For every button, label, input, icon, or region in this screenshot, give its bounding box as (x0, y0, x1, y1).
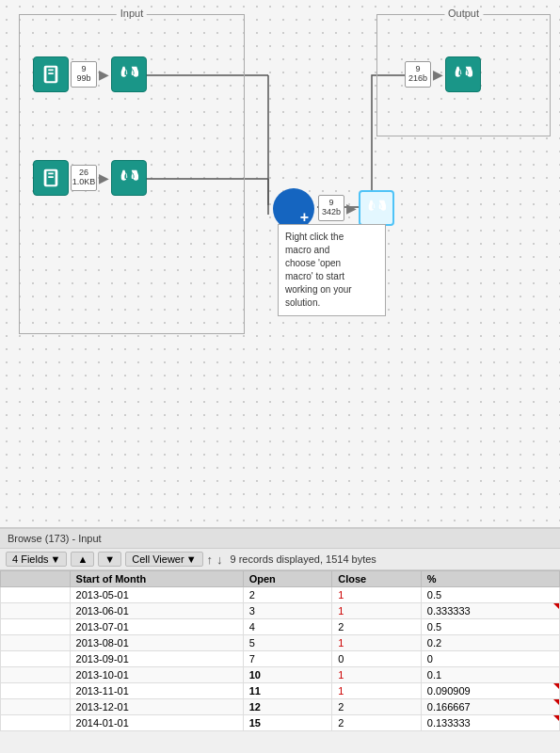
macro-output[interactable]: 9 342b ▶ (318, 190, 394, 226)
tooltip-line6: solution. (285, 297, 320, 308)
sort-up-icon[interactable]: ▲ (71, 552, 94, 567)
tooltip-line1: Right click the (285, 232, 344, 242)
cell-num (1, 683, 71, 699)
tooltip: Right click the macro and choose 'open m… (278, 224, 386, 316)
table-row[interactable]: 2013-07-01420.5 (1, 619, 560, 635)
cell-num (1, 651, 71, 667)
col-header-date[interactable]: Start of Month (70, 571, 243, 587)
fields-button[interactable]: 4 Fields ▼ (6, 552, 67, 567)
panel-toolbar: 4 Fields ▼ ▲ ▼ Cell Viewer ▼ ↑ ↓ 9 recor… (0, 549, 560, 570)
data-table: Start of Month Open Close % 2013-05-0121… (0, 570, 560, 731)
table-row[interactable]: 2013-05-01210.5 (1, 587, 560, 603)
cell-date: 2013-11-01 (70, 683, 243, 699)
next-arrow[interactable]: ↓ (216, 553, 223, 567)
col-header-pct[interactable]: % (421, 571, 559, 587)
input-box-label: Input (117, 8, 147, 19)
cell-open: 7 (243, 651, 332, 667)
cell-open: 2 (243, 587, 332, 603)
col-header-close[interactable]: Close (332, 571, 422, 587)
panel-header-text: Browse (173) - Input (8, 533, 102, 544)
cell-viewer-button[interactable]: Cell Viewer ▼ (125, 552, 202, 567)
cell-pct: 0.090909 (421, 683, 559, 699)
cell-close: 2 (332, 699, 422, 715)
table-row[interactable]: 2013-10-011010.1 (1, 667, 560, 683)
viewer-chevron-icon: ▼ (186, 553, 197, 565)
arrow-1: ▶ (99, 67, 109, 82)
macro-binoculars-icon[interactable] (359, 190, 394, 226)
input-node-2[interactable]: 26 1.0KB ▶ (33, 160, 147, 196)
cell-num (1, 699, 71, 715)
input-node-1[interactable]: 9 99b ▶ (33, 56, 147, 92)
cell-num (1, 603, 71, 619)
macro-connector: 9 342b (318, 195, 344, 221)
cell-num (1, 619, 71, 635)
binoculars-svg-1 (119, 64, 139, 85)
output-node[interactable]: 9 216b ▶ (405, 56, 481, 92)
table-row[interactable]: 2013-11-011110.090909 (1, 683, 560, 699)
cell-viewer-label: Cell Viewer (132, 553, 184, 565)
table-body: 2013-05-01210.52013-06-01310.3333332013-… (1, 587, 560, 731)
cell-open: 4 (243, 619, 332, 635)
output-box-label: Output (444, 8, 483, 19)
cell-open: 12 (243, 699, 332, 715)
bottom-panel: Browse (173) - Input 4 Fields ▼ ▲ ▼ Cell… (0, 527, 560, 753)
cell-pct: 0.5 (421, 587, 559, 603)
cell-close: 1 (332, 683, 422, 699)
book-icon-2[interactable] (33, 160, 69, 196)
cell-pct: 0 (421, 651, 559, 667)
col-header-num[interactable] (1, 571, 71, 587)
tooltip-line5: working on your (285, 284, 352, 295)
output-connector: 9 216b (405, 61, 431, 88)
cell-close: 2 (332, 619, 422, 635)
book-icon-1[interactable] (33, 56, 69, 92)
cell-pct: 0.166667 (421, 699, 559, 715)
binoculars-icon-2[interactable] (111, 160, 147, 196)
connector-2: 26 1.0KB (71, 165, 97, 191)
arrow-output: ▶ (433, 67, 443, 82)
tooltip-line2: macro and (285, 245, 329, 255)
table-row[interactable]: 2013-12-011220.166667 (1, 699, 560, 715)
cell-date: 2014-01-01 (70, 715, 243, 731)
book-svg-2 (40, 168, 61, 188)
cell-num (1, 715, 71, 731)
cell-date: 2013-10-01 (70, 667, 243, 683)
macro-binoculars-svg (366, 198, 387, 218)
cell-pct: 0.1 (421, 667, 559, 683)
cell-open: 5 (243, 635, 332, 651)
cell-close: 2 (332, 715, 422, 731)
cell-pct: 0.133333 (421, 715, 559, 731)
prev-arrow[interactable]: ↑ (207, 553, 214, 567)
table-row[interactable]: 2013-06-01310.333333 (1, 603, 560, 619)
table-scroll[interactable]: Start of Month Open Close % 2013-05-0121… (0, 570, 560, 753)
cell-pct: 0.5 (421, 619, 559, 635)
cell-num (1, 587, 71, 603)
binoculars-svg-2 (119, 168, 139, 188)
binoculars-icon-1[interactable] (111, 56, 147, 92)
chevron-down-icon: ▼ (51, 553, 61, 565)
table-row[interactable]: 2013-08-01510.2 (1, 635, 560, 651)
arrow-2: ▶ (99, 170, 109, 185)
book-svg-1 (40, 64, 61, 85)
connector-1: 9 99b (71, 61, 97, 88)
cell-date: 2013-09-01 (70, 651, 243, 667)
fields-label: 4 Fields (12, 553, 49, 565)
output-binoculars-icon[interactable] (445, 56, 481, 92)
cell-open: 15 (243, 715, 332, 731)
table-row[interactable]: 2013-09-01700 (1, 651, 560, 667)
table-row[interactable]: 2014-01-011520.133333 (1, 715, 560, 731)
cell-close: 1 (332, 635, 422, 651)
tooltip-line4: macro' to start (285, 271, 344, 281)
table-header-row: Start of Month Open Close % (1, 571, 560, 587)
status-text: 9 records displayed, 1514 bytes (231, 553, 376, 565)
cell-num (1, 635, 71, 651)
sort-down-icon[interactable]: ▼ (98, 552, 121, 567)
cell-pct: 0.333333 (421, 603, 559, 619)
cell-close: 1 (332, 603, 422, 619)
cell-date: 2013-12-01 (70, 699, 243, 715)
output-binoculars-svg (453, 64, 473, 85)
panel-header: Browse (173) - Input (0, 529, 560, 549)
cell-num (1, 667, 71, 683)
canvas: Input Output 9 99b ▶ 26 (0, 0, 560, 527)
cell-date: 2013-08-01 (70, 635, 243, 651)
col-header-open[interactable]: Open (243, 571, 332, 587)
